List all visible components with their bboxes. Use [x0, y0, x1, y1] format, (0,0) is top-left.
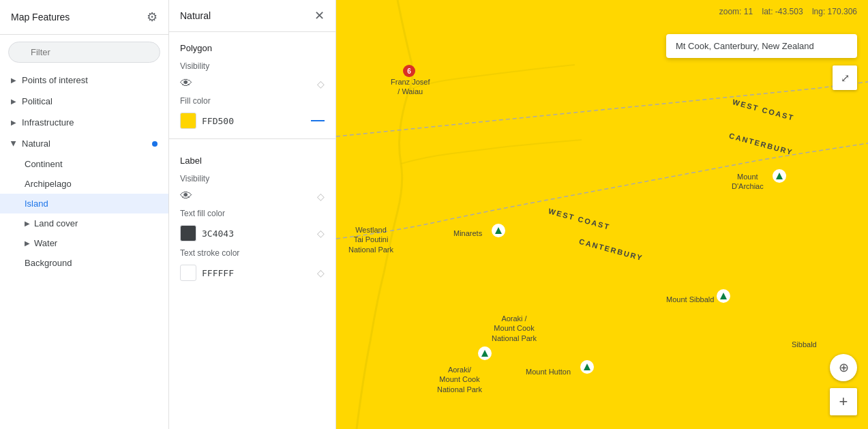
locate-button[interactable]: ⊕ [830, 354, 857, 381]
filter-input[interactable] [8, 42, 160, 63]
chevron-right-icon: ▶ [11, 119, 16, 126]
sidebar-header: Map Features ⚙ [0, 0, 168, 35]
mountain-icon-aoraki2 [478, 346, 492, 360]
filter-container: ☰ [8, 42, 160, 63]
text-fill-color-row: 3C4043 ◇ [169, 221, 335, 246]
map-pin-franz-josef: 6 [403, 65, 415, 77]
search-box: Mt Cook, Canterbury, New Zealand [666, 34, 857, 58]
detail-title: Natural [180, 10, 211, 21]
sidebar-item-natural[interactable]: ▶ Natural [0, 133, 168, 154]
chevron-right-icon: ▶ [11, 76, 16, 84]
sidebar-item-continent[interactable]: Continent [0, 154, 168, 174]
lat-label: lat: [762, 7, 773, 16]
svg-marker-0 [776, 173, 783, 179]
sidebar-item-archipelago[interactable]: Archipelago [0, 174, 168, 194]
text-stroke-hex: FFFFFF [202, 268, 234, 278]
chevron-right-icon: ▶ [25, 239, 30, 247]
sidebar-item-label: Points of interest [22, 75, 88, 85]
active-dot [152, 141, 158, 147]
text-fill-diamond-icon[interactable]: ◇ [317, 228, 325, 239]
fill-color-value: FFD500 [202, 116, 234, 126]
fill-color-row: FFD500 [169, 108, 335, 133]
svg-marker-2 [720, 293, 727, 299]
label-section-title: Label [169, 145, 335, 171]
fullscreen-button[interactable]: ⤢ [833, 65, 857, 90]
sidebar-item-water[interactable]: ▶ Water [0, 233, 168, 253]
sidebar-item-background[interactable]: Background [0, 253, 168, 273]
text-fill-swatch[interactable] [180, 225, 196, 241]
zoom-value: 11 [744, 7, 753, 16]
sidebar-item-label: Background [25, 258, 72, 268]
map-features-sidebar: Map Features ⚙ ☰ ▶ Points of interest ▶ … [0, 0, 169, 429]
text-fill-hex: 3C4043 [202, 228, 234, 239]
text-fill-label: Text fill color [169, 206, 335, 221]
label-visibility-row: 👁 ◇ [169, 186, 335, 206]
sidebar-item-label: Political [22, 96, 53, 106]
sidebar-item-island[interactable]: Island [0, 194, 168, 213]
search-text: Mt Cook, Canterbury, New Zealand [676, 41, 814, 51]
detail-panel: Natural ✕ Polygon Visibility 👁 ◇ Fill co… [169, 0, 336, 429]
sidebar-item-political[interactable]: ▶ Political [0, 91, 168, 112]
polygon-visibility-row: 👁 ◇ [169, 74, 335, 93]
map-topbar: zoom: 11 lat: -43.503 lng: 170.306 [708, 0, 868, 23]
mountain-icon-hutton [580, 360, 594, 374]
fill-color-swatch[interactable] [180, 113, 196, 129]
mountain-icon-sibbald [717, 289, 730, 303]
map-area[interactable]: zoom: 11 lat: -43.503 lng: 170.306 Mt Co… [336, 0, 868, 429]
svg-marker-4 [584, 364, 590, 370]
text-stroke-label: Text stroke color [169, 246, 335, 261]
diamond-icon[interactable]: ◇ [317, 78, 325, 89]
sidebar-item-infrastructure[interactable]: ▶ Infrastructure [0, 112, 168, 133]
label-visibility-label: Visibility [169, 171, 335, 186]
chevron-down-icon: ▶ [10, 141, 18, 147]
settings-icon[interactable]: ⚙ [147, 10, 158, 25]
sidebar-item-points-of-interest[interactable]: ▶ Points of interest [0, 70, 168, 91]
sidebar-item-label: Natural [22, 138, 50, 149]
mountain-icon-minarets [492, 224, 505, 237]
sidebar-item-label: Infrastructure [22, 117, 74, 128]
svg-marker-3 [481, 350, 488, 357]
zoom-plus-button[interactable]: + [830, 388, 857, 415]
chevron-right-icon: ▶ [11, 98, 16, 105]
detail-header: Natural ✕ [169, 0, 335, 32]
mountain-icon-darchiac [773, 169, 786, 183]
svg-marker-1 [495, 227, 502, 234]
text-stroke-diamond-icon[interactable]: ◇ [317, 267, 325, 278]
text-stroke-swatch[interactable] [180, 265, 196, 281]
sidebar-item-label: Land cover [34, 218, 78, 228]
minus-line-icon [311, 120, 325, 121]
text-stroke-color-row: FFFFFF ◇ [169, 261, 335, 285]
label-diamond-icon[interactable]: ◇ [317, 191, 325, 202]
lat-value: -43.503 [775, 7, 803, 16]
sidebar-item-label: Island [25, 198, 48, 209]
polygon-visibility-label: Visibility [169, 59, 335, 74]
fill-color-label: Fill color [169, 93, 335, 108]
sidebar-item-land-cover[interactable]: ▶ Land cover [0, 213, 168, 233]
visibility-eye-icon[interactable]: 👁 [180, 76, 192, 91]
divider [169, 138, 335, 139]
sidebar-item-label: Continent [25, 159, 63, 169]
sidebar-item-label: Water [34, 238, 57, 248]
lng-value: 170.306 [828, 7, 857, 16]
label-eye-icon[interactable]: 👁 [180, 189, 192, 203]
sidebar-title: Map Features [11, 12, 70, 23]
lng-label: lng: [812, 7, 825, 16]
polygon-section-title: Polygon [169, 32, 335, 59]
chevron-right-icon: ▶ [25, 220, 30, 227]
map-svg [336, 0, 868, 429]
zoom-label: zoom: [719, 7, 742, 16]
sidebar-item-label: Archipelago [25, 179, 72, 189]
close-button[interactable]: ✕ [314, 10, 325, 22]
